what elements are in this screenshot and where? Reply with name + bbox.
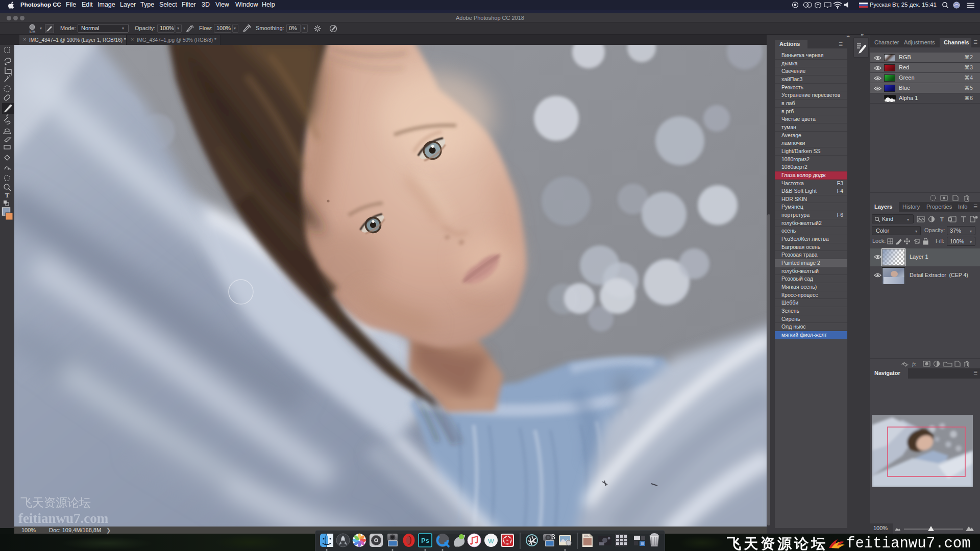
svg-text:Ps: Ps — [421, 537, 429, 544]
svg-text:T: T — [5, 191, 10, 199]
svg-text:w: w — [487, 536, 494, 545]
svg-text:T: T — [940, 216, 944, 222]
svg-text:125: 125 — [29, 30, 36, 34]
svg-text:feitianwu7.com: feitianwu7.com — [18, 511, 109, 526]
svg-text:fx: fx — [912, 361, 916, 367]
svg-text:飞天资源论坛: 飞天资源论坛 — [20, 496, 91, 509]
svg-text:3: 3 — [551, 533, 555, 541]
